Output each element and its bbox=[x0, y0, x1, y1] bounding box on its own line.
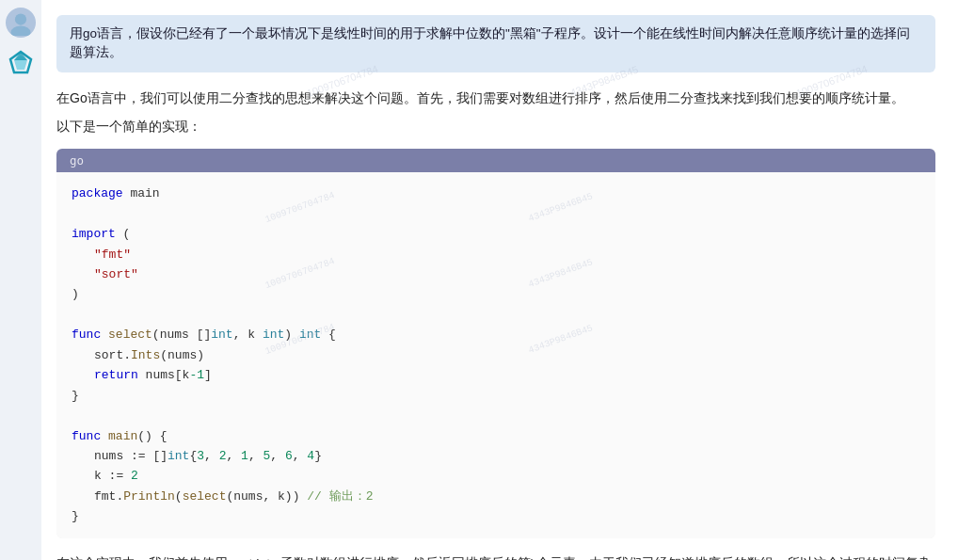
svg-point-1 bbox=[11, 26, 31, 37]
code-line-blank1 bbox=[72, 204, 920, 224]
code-line-return: return nums[k-1] bbox=[72, 365, 920, 385]
code-line-sort: "sort" bbox=[72, 264, 920, 284]
sidebar bbox=[0, 0, 41, 560]
intro-paragraph-2: 以下是一个简单的实现： bbox=[56, 119, 935, 136]
code-line-func-select-close: } bbox=[72, 386, 920, 406]
code-line-fmt: "fmt" bbox=[72, 245, 920, 264]
code-block: go 1009706704784 4343P9846B45 1009706704… bbox=[56, 149, 935, 537]
question-text: 用go语言，假设你已经有了一个最坏情况下是线性时间的用于求解中位数的"黑箱"子程… bbox=[70, 26, 910, 59]
main-content: 用go语言，假设你已经有了一个最坏情况下是线性时间的用于求解中位数的"黑箱"子程… bbox=[41, 0, 958, 560]
bottom-paragraph-1: 在这个实现中，我们首先使用 sort.Ints 函数对数组进行排序，然后返回排序… bbox=[56, 553, 935, 560]
code-line-println: fmt.Println(select(nums, k)) // 输出：2 bbox=[72, 487, 920, 506]
code-line-func-select: func select(nums []int, k int) int { bbox=[72, 325, 920, 344]
app-logo-icon[interactable] bbox=[8, 49, 34, 75]
code-line-nums: nums := []int{3, 2, 1, 5, 6, 4} bbox=[72, 446, 920, 466]
code-line-func-main: func main() { bbox=[72, 426, 920, 446]
app-container: 用go语言，假设你已经有了一个最坏情况下是线性时间的用于求解中位数的"黑箱"子程… bbox=[0, 0, 958, 560]
code-body: 1009706704784 4343P9846B45 1009706704784… bbox=[56, 172, 935, 537]
svg-point-0 bbox=[15, 13, 26, 24]
code-lang-label: go bbox=[56, 149, 935, 172]
intro-paragraph-1: 在Go语言中，我们可以使用二分查找的思想来解决这个问题。首先，我们需要对数组进行… bbox=[56, 88, 935, 110]
code-line-k: k := 2 bbox=[72, 466, 920, 486]
question-bar: 用go语言，假设你已经有了一个最坏情况下是线性时间的用于求解中位数的"黑箱"子程… bbox=[56, 15, 935, 72]
code-line-blank2 bbox=[72, 305, 920, 325]
code-line-import-close: ) bbox=[72, 284, 920, 304]
avatar bbox=[6, 8, 36, 38]
code-line-package: package main bbox=[72, 184, 920, 203]
code-line-blank3 bbox=[72, 406, 920, 425]
code-line-func-main-close: } bbox=[72, 506, 920, 526]
code-line-import: import ( bbox=[72, 224, 920, 244]
code-line-sort-ints: sort.Ints(nums) bbox=[72, 345, 920, 365]
